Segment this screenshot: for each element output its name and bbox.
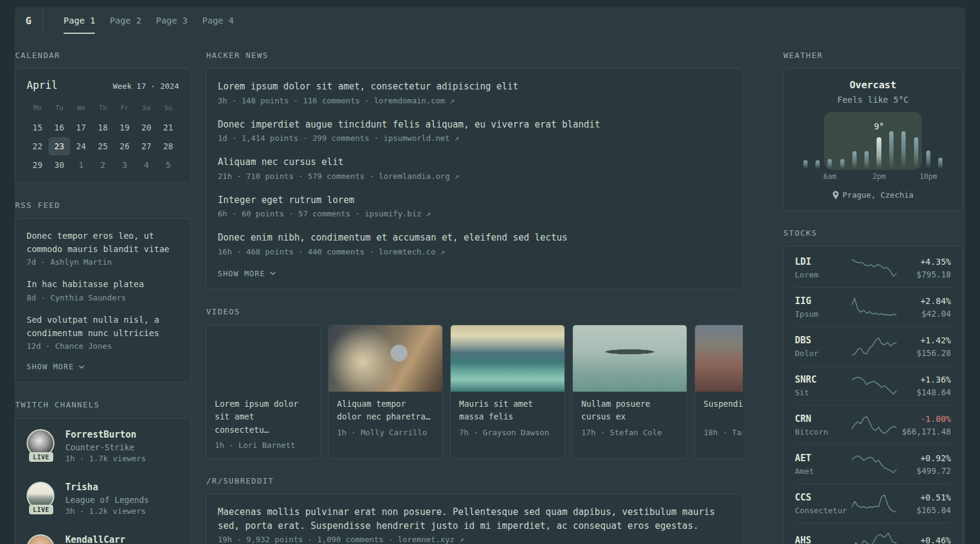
stock-row-ldi[interactable]: LDI Lorem +4.35% $795.18 bbox=[795, 248, 951, 287]
calendar-day-23[interactable]: 23 bbox=[48, 137, 70, 155]
stock-row-crn[interactable]: CRN Bitcorn -1.00% $66,171.48 bbox=[795, 405, 951, 444]
nav-tab-page-2[interactable]: Page 2 bbox=[102, 7, 148, 34]
stock-sparkline bbox=[849, 336, 899, 357]
calendar-day-2[interactable]: 2 bbox=[92, 156, 114, 174]
story-title[interactable]: Donec imperdiet augue tincidunt felis al… bbox=[218, 118, 731, 132]
story-meta[interactable]: 1d · 1,414 points · 299 comments · ipsum… bbox=[218, 134, 731, 143]
show-more-label: SHOW MORE bbox=[218, 269, 266, 278]
calendar-day-3[interactable]: 3 bbox=[114, 156, 136, 174]
stock-row-aet[interactable]: AET Amet +0.92% $499.72 bbox=[795, 444, 951, 484]
calendar-day-22[interactable]: 22 bbox=[27, 137, 48, 155]
videos-row: Lorem ipsum dolor sit amet consectetu… 1… bbox=[206, 325, 743, 459]
calendar-day-29[interactable]: 29 bbox=[27, 156, 48, 174]
stock-row-snrc[interactable]: SNRC Sit +1.36% $148.64 bbox=[795, 366, 951, 405]
twitch-avatar-wrap: LIVE bbox=[27, 429, 56, 468]
calendar-day-27[interactable]: 27 bbox=[136, 137, 157, 155]
weather-condition: Overcast bbox=[799, 79, 947, 91]
video-title[interactable]: Mauris sit amet massa felis bbox=[459, 398, 556, 424]
video-title[interactable]: Aliquam tempor dolor nec pharetra… bbox=[337, 398, 434, 424]
video-card[interactable]: Nullam posuere cursus ex 17h · Stefan Co… bbox=[572, 325, 687, 459]
story-meta[interactable]: 21h · 710 points · 579 comments · loreml… bbox=[218, 172, 731, 181]
story-meta[interactable]: 16h · 468 points · 440 comments · loremt… bbox=[218, 247, 731, 256]
app-logo[interactable]: G bbox=[15, 7, 43, 34]
weather-bar-slot bbox=[811, 113, 823, 169]
video-thumbnail-pillars-sky[interactable] bbox=[206, 325, 320, 392]
weather-section: WEATHER Overcast Feels like 5°C 9° 6am2p… bbox=[783, 51, 963, 211]
weather-bar-slot bbox=[885, 113, 897, 169]
story-title[interactable]: Aliquam nec cursus elit bbox=[218, 155, 731, 169]
story-meta[interactable]: 3h · 148 points · 116 comments · loremdo… bbox=[218, 96, 731, 105]
calendar-day-20[interactable]: 20 bbox=[136, 118, 157, 137]
middle-column: HACKER NEWS Lorem ipsum dolor sit amet, … bbox=[206, 51, 743, 544]
twitch-channel-name[interactable]: Trisha bbox=[65, 482, 149, 493]
nav-tab-page-3[interactable]: Page 3 bbox=[149, 7, 195, 34]
story-meta[interactable]: 6h · 60 points · 57 comments · ipsumify.… bbox=[218, 209, 731, 218]
rss-item-title[interactable]: Donec tempor eros leo, ut commodo mauris… bbox=[27, 230, 179, 256]
stock-price: $66,171.48 bbox=[899, 427, 951, 436]
video-card[interactable]: Suspendisse diam 18h · Tara bbox=[694, 325, 743, 459]
weather-bar bbox=[828, 159, 832, 169]
calendar-day-26[interactable]: 26 bbox=[114, 137, 136, 155]
weather-bar-slot: 9° bbox=[873, 113, 885, 169]
stock-row-ahs[interactable]: AHS +0.46% bbox=[795, 523, 951, 544]
rss-item: Donec tempor eros leo, ut commodo mauris… bbox=[27, 230, 179, 267]
calendar-day-1[interactable]: 1 bbox=[70, 156, 92, 174]
stock-price: $42.04 bbox=[899, 309, 951, 319]
rss-item-title[interactable]: Sed volutpat nulla nisl, a condimentum n… bbox=[27, 314, 179, 340]
calendar-day-18[interactable]: 18 bbox=[92, 118, 114, 137]
calendar-day-4[interactable]: 4 bbox=[136, 156, 157, 174]
calendar-day-21[interactable]: 21 bbox=[157, 118, 179, 137]
nav-tab-page-4[interactable]: Page 4 bbox=[195, 7, 241, 34]
video-thumbnail-foggy-canoe[interactable] bbox=[573, 325, 687, 392]
twitch-channel-row[interactable]: LIVE ForrestBurton Counter-Strike 1h · 1… bbox=[27, 429, 179, 468]
weather-time-10pm: 10pm bbox=[920, 172, 937, 181]
story-title[interactable]: Lorem ipsum dolor sit amet, consectetur … bbox=[218, 80, 731, 94]
video-card[interactable]: Aliquam tempor dolor nec pharetra… 1h · … bbox=[328, 325, 443, 459]
section-heading-videos: VIDEOS bbox=[206, 307, 743, 316]
hackernews-story: Integer eget rutrum lorem 6h · 60 points… bbox=[218, 193, 731, 219]
rss-item-meta: 12d · Chance Jones bbox=[27, 342, 179, 351]
video-title[interactable]: Nullam posuere cursus ex bbox=[581, 398, 678, 424]
video-thumbnail-boat-wake-sea[interactable] bbox=[451, 325, 564, 392]
story-title[interactable]: Maecenas mollis pulvinar erat non posuer… bbox=[218, 505, 731, 533]
rss-item-title[interactable]: In hac habitasse platea bbox=[27, 278, 179, 291]
calendar-day-25[interactable]: 25 bbox=[92, 137, 114, 155]
nav-tab-page-1[interactable]: Page 1 bbox=[56, 7, 102, 34]
story-title[interactable]: Integer eget rutrum lorem bbox=[218, 193, 731, 207]
calendar-day-17[interactable]: 17 bbox=[70, 118, 92, 137]
calendar-day-19[interactable]: 19 bbox=[114, 118, 136, 137]
twitch-channel-name[interactable]: ForrestBurton bbox=[65, 429, 146, 440]
calendar-day-30[interactable]: 30 bbox=[48, 156, 70, 174]
story-meta[interactable]: 19h · 9,932 points · 1,090 comments · lo… bbox=[218, 535, 731, 544]
twitch-channel-row[interactable]: LIVE Trisha League of Legends 3h · 1.2k … bbox=[27, 482, 179, 521]
video-thumbnail-misty-field-figure[interactable] bbox=[695, 325, 743, 392]
calendar-day-28[interactable]: 28 bbox=[157, 137, 179, 155]
right-column: WEATHER Overcast Feels like 5°C 9° 6am2p… bbox=[783, 51, 963, 544]
hackernews-show-more-button[interactable]: SHOW MORE bbox=[218, 269, 276, 278]
video-card[interactable]: Mauris sit amet massa felis 7h · Grayson… bbox=[450, 325, 565, 459]
stock-sparkline bbox=[849, 375, 899, 396]
hackernews-story: Lorem ipsum dolor sit amet, consectetur … bbox=[218, 80, 731, 105]
story-title[interactable]: Donec enim nibh, condimentum et accumsan… bbox=[218, 231, 731, 245]
stock-row-iig[interactable]: IIG Ipsum +2.84% $42.04 bbox=[795, 287, 951, 326]
weather-bar-slot bbox=[898, 113, 910, 169]
twitch-channel-row[interactable]: LIVE KendallCarr bbox=[27, 534, 179, 544]
rss-item-meta: 7d · Ashlyn Martin bbox=[27, 257, 179, 267]
twitch-channel-name[interactable]: KendallCarr bbox=[65, 534, 125, 544]
content: CALENDAR April Week 17 · 2024 MoTuWeThFr… bbox=[15, 34, 965, 544]
stock-sparkline bbox=[849, 531, 899, 544]
video-title[interactable]: Suspendisse diam bbox=[704, 398, 743, 424]
calendar-day-5[interactable]: 5 bbox=[157, 156, 179, 174]
twitch-game: League of Legends bbox=[65, 495, 149, 505]
rss-show-more-button[interactable]: SHOW MORE bbox=[27, 362, 85, 371]
video-thumbnail-vintage-camera[interactable] bbox=[328, 325, 442, 392]
stock-row-ccs[interactable]: CCS Consectetur +0.51% $165.84 bbox=[795, 484, 951, 523]
video-title[interactable]: Lorem ipsum dolor sit amet consectetu… bbox=[215, 398, 312, 437]
video-card[interactable]: Lorem ipsum dolor sit amet consectetu… 1… bbox=[206, 325, 321, 459]
stock-row-dbs[interactable]: DBS Dolor +1.42% $156.28 bbox=[795, 326, 951, 366]
calendar-day-16[interactable]: 16 bbox=[48, 118, 70, 137]
weather-bar bbox=[877, 137, 881, 169]
calendar-day-15[interactable]: 15 bbox=[27, 118, 48, 137]
hackernews-story: Aliquam nec cursus elit 21h · 710 points… bbox=[218, 155, 731, 181]
calendar-day-24[interactable]: 24 bbox=[70, 137, 92, 155]
